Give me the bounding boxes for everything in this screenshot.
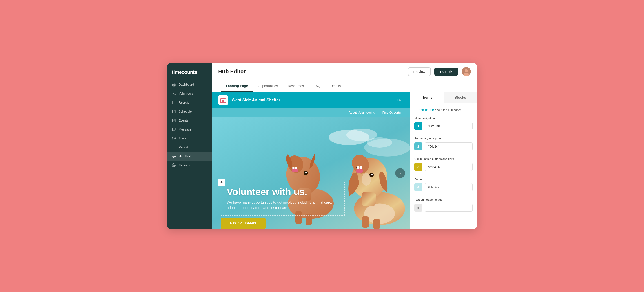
shelter-icon bbox=[220, 97, 226, 103]
subnav-about: About Volunteering bbox=[348, 111, 375, 114]
tab-landing-page[interactable]: Landing Page bbox=[221, 80, 253, 92]
learn-more-row: Learn more about the hub editor bbox=[414, 108, 472, 112]
main-content: Hub Editor Preview Publish Landing Page … bbox=[212, 63, 477, 229]
event-icon bbox=[172, 118, 176, 123]
gear-icon bbox=[172, 163, 176, 167]
svg-point-34 bbox=[364, 139, 410, 156]
text-header-color-input[interactable] bbox=[425, 204, 472, 212]
main-header: Hub Editor Preview Publish bbox=[212, 63, 477, 80]
learn-more-link[interactable]: Learn more bbox=[414, 108, 434, 112]
sidebar-item-schedule[interactable]: Schedule bbox=[167, 107, 212, 116]
sidebar-item-hub-editor[interactable]: Hub Editor bbox=[167, 152, 212, 161]
svg-rect-51 bbox=[356, 166, 359, 169]
avatar[interactable] bbox=[462, 67, 471, 76]
hero-dashed-box: ✛ Volunteer with us. We have many opport… bbox=[221, 182, 345, 216]
text-header-section: Text on header image 5 bbox=[414, 198, 472, 214]
sidebar-item-message[interactable]: Message bbox=[167, 125, 212, 134]
svg-point-54 bbox=[371, 174, 373, 175]
panel-tabs: Theme Blocks bbox=[410, 92, 477, 103]
clock-icon bbox=[172, 136, 176, 141]
hub-hero: ✛ Volunteer with us. We have many opport… bbox=[212, 117, 410, 229]
svg-point-17 bbox=[175, 156, 176, 157]
learn-more-suffix: about the hub editor bbox=[435, 108, 461, 112]
sidebar-item-events[interactable]: Events bbox=[167, 116, 212, 125]
tab-faq[interactable]: FAQ bbox=[309, 80, 325, 92]
move-icon[interactable]: ✛ bbox=[218, 179, 225, 186]
svg-rect-52 bbox=[360, 166, 362, 169]
footer-color-swatch[interactable]: 4 bbox=[414, 183, 422, 191]
hub-navbar: West Side Animal Shelter Lo... bbox=[212, 92, 410, 108]
tab-opportunities[interactable]: Opportunities bbox=[253, 80, 283, 92]
main-nav-color-swatch[interactable]: 1 bbox=[414, 122, 422, 130]
chart-icon bbox=[172, 145, 176, 149]
page-title: Hub Editor bbox=[218, 68, 404, 75]
cta-color-input[interactable] bbox=[425, 163, 472, 171]
cta-label: Call to action buttons and links bbox=[414, 157, 472, 160]
flag-icon bbox=[172, 101, 176, 105]
svg-rect-2 bbox=[172, 110, 176, 113]
secondary-nav-color-input[interactable] bbox=[425, 143, 472, 150]
footer-label: Footer bbox=[414, 178, 472, 181]
calendar-icon bbox=[172, 110, 176, 114]
sidebar-item-volunteers[interactable]: Volunteers bbox=[167, 89, 212, 98]
secondary-nav-color-swatch[interactable]: 2 bbox=[414, 143, 422, 150]
secondary-nav-section: Secondary navigation 2 bbox=[414, 137, 472, 153]
sidebar-logo: timecounts bbox=[167, 63, 212, 80]
svg-rect-29 bbox=[222, 101, 224, 103]
right-panel: Theme Blocks Learn more about the hub ed… bbox=[410, 92, 477, 229]
subnav-find: Find Opportu... bbox=[382, 111, 403, 114]
svg-point-26 bbox=[465, 69, 468, 72]
hero-content: ✛ Volunteer with us. We have many opport… bbox=[221, 182, 365, 216]
sidebar-item-track[interactable]: Track bbox=[167, 134, 212, 143]
preview-inner: West Side Animal Shelter Lo... About Vol… bbox=[212, 92, 410, 229]
footer-section: Footer 4 bbox=[414, 178, 472, 194]
footer-color-input[interactable] bbox=[425, 183, 472, 191]
secondary-nav-color-row: 2 bbox=[414, 143, 472, 150]
panel-tab-blocks[interactable]: Blocks bbox=[444, 92, 477, 103]
main-nav-color-row: 1 bbox=[414, 122, 472, 130]
text-header-color-swatch[interactable]: 5 bbox=[414, 204, 422, 212]
secondary-nav-label: Secondary navigation bbox=[414, 137, 472, 140]
avatar-image bbox=[462, 67, 471, 76]
preview-pane: West Side Animal Shelter Lo... About Vol… bbox=[212, 92, 410, 229]
hub-nav-login: Lo... bbox=[397, 98, 403, 102]
footer-color-row: 4 bbox=[414, 183, 472, 191]
main-nav-color-input[interactable] bbox=[425, 122, 472, 130]
cta-color-row: 3 bbox=[414, 163, 472, 171]
svg-rect-58 bbox=[373, 219, 380, 229]
hub-icon bbox=[172, 154, 176, 158]
tab-details[interactable]: Details bbox=[325, 80, 346, 92]
home-icon bbox=[172, 83, 176, 87]
tab-resources[interactable]: Resources bbox=[283, 80, 309, 92]
hero-cta-button[interactable]: New Volunteers bbox=[221, 218, 266, 229]
sidebar-item-report[interactable]: Report bbox=[167, 143, 212, 152]
svg-point-50 bbox=[356, 169, 363, 173]
svg-point-0 bbox=[173, 92, 174, 93]
sidebar-item-dashboard[interactable]: Dashboard bbox=[167, 80, 212, 89]
person-icon bbox=[172, 92, 176, 96]
sidebar-nav: Dashboard Volunteers Recruit bbox=[167, 80, 212, 229]
text-header-label: Text on header image bbox=[414, 198, 472, 201]
hub-subnav: About Volunteering Find Opportu... bbox=[212, 108, 410, 117]
sidebar: timecounts Dashboard Volunteers bbox=[167, 63, 212, 229]
panel-body: Learn more about the hub editor Main nav… bbox=[410, 103, 477, 218]
cta-color-swatch[interactable]: 3 bbox=[414, 163, 422, 171]
hub-logo-box bbox=[218, 95, 228, 105]
hero-next-arrow[interactable]: › bbox=[395, 168, 405, 178]
svg-rect-57 bbox=[362, 216, 369, 228]
svg-point-24 bbox=[174, 165, 174, 166]
svg-rect-45 bbox=[295, 167, 297, 169]
svg-point-19 bbox=[172, 156, 173, 157]
publish-button[interactable]: Publish bbox=[434, 67, 458, 76]
sidebar-item-recruit[interactable]: Recruit bbox=[167, 98, 212, 107]
svg-rect-44 bbox=[292, 167, 294, 169]
hub-org-name: West Side Animal Shelter bbox=[232, 98, 394, 103]
hero-description: We have many opportunities to get involv… bbox=[227, 200, 339, 211]
tabs-bar: Landing Page Opportunities Resources FAQ… bbox=[212, 80, 477, 92]
preview-button[interactable]: Preview bbox=[408, 67, 430, 76]
text-header-color-row: 5 bbox=[414, 204, 472, 212]
editor-area: West Side Animal Shelter Lo... About Vol… bbox=[212, 92, 477, 229]
cta-section: Call to action buttons and links 3 bbox=[414, 157, 472, 173]
sidebar-item-settings[interactable]: Settings bbox=[167, 161, 212, 170]
panel-tab-theme[interactable]: Theme bbox=[410, 92, 444, 103]
